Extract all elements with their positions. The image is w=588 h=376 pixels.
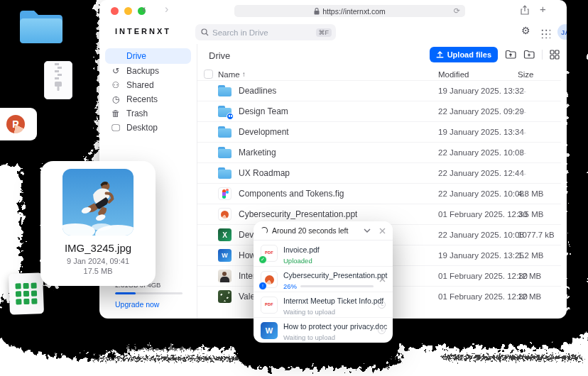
grid-view-icon[interactable] [550,50,560,60]
close-window-button[interactable] [111,7,119,15]
upload-progress-track [300,285,374,287]
file-type-icon [218,187,232,200]
decorative-zip-file-icon [44,61,72,99]
table-row[interactable]: Marketing 22 January 2025. 10:08 — [197,142,561,162]
file-type-icon [218,249,232,262]
sidebar-item[interactable]: 🖵 Desktop [105,121,191,135]
sidebar-item[interactable]: ◷ Recents [105,92,191,106]
close-popup-icon[interactable] [379,228,386,234]
apps-grid-icon[interactable] [540,28,550,38]
sidebar-item[interactable]: ⚇ Shared [105,78,191,92]
search-input[interactable]: Search in Drive ⌘F [195,24,336,40]
sidebar-item[interactable]: 🗑 Trash [105,106,191,121]
file-type-icon [218,126,232,138]
upload-item-name: Cybersecurity_Presentation.ppt [283,271,388,280]
table-row[interactable]: UX Roadmap 22 January 2025. 12:44 — [197,162,561,183]
waiting-clock-icon [378,326,386,334]
browser-forward-icon[interactable]: › [165,3,168,16]
file-modified: 22 January 2025. 10:08 [438,148,524,157]
sidebar-item-icon: 🖵 [111,123,121,133]
file-modified: 22 January 2025. 09:29 [438,107,524,116]
search-shortcut-badge: ⌘F [316,28,332,37]
time-remaining-text: Around 20 seconds left [272,226,359,235]
file-size: — [518,87,526,95]
file-type-icon [218,167,232,179]
settings-gear-icon[interactable]: ⚙ [521,25,530,36]
file-type-icon [218,290,232,303]
search-placeholder: Search in Drive [212,28,312,37]
table-row[interactable]: Components and Tokens.fig 22 January 202… [197,183,561,204]
sidebar-item[interactable]: Drive [105,48,191,64]
toolbar: Upload files [430,47,560,62]
search-icon [201,28,209,36]
table-row[interactable]: Design Team 22 January 2025. 09:29 — [197,101,561,121]
sidebar-item-label: Shared [126,80,154,90]
upload-status-text: Waiting to upload [283,308,335,316]
upload-files-label: Upload files [447,50,491,59]
table-row[interactable]: Development 19 January 2025. 13:34 — [197,121,561,142]
file-size: 12 MB [518,272,541,280]
file-modified: 22 January 2025. 10:08 [438,189,524,198]
upload-item-icon: ✓ [261,245,278,262]
upload-status-badge: ✓ [258,255,267,264]
minimize-window-button[interactable] [124,7,132,15]
file-size: 1077.7 kB [518,231,555,239]
content-header: Drive Upload files [197,44,567,68]
sidebar-item[interactable]: ↺ Backups [105,64,191,78]
upload-item-status: Waiting to upload [283,333,372,341]
file-modified: 22 January 2025. 10:08 [438,231,524,239]
toolbar-divider [542,50,543,60]
upload-status-badge: ↑ [258,282,267,290]
file-name: Development [239,127,289,137]
file-name: Cybersecurity_Presentation.ppt [239,209,357,219]
file-size: — [518,148,526,157]
file-modified: 19 January 2025. 13:34 [438,128,524,136]
popup-header: Around 20 seconds left [254,221,393,240]
sidebar-nav: Drive ↺ Backups ⚇ Shared ◷ Recents [99,44,197,135]
upload-item-row: ↑ Cybersecurity_Presentation.ppt 26% [254,266,393,292]
upgrade-link[interactable]: Upgrade now [115,300,183,309]
upload-folder-icon[interactable] [505,50,516,60]
file-modified: 01 February 2025. 12:30 [438,272,528,280]
chevron-down-icon[interactable] [364,228,371,233]
file-name: Deadlines [239,86,276,96]
file-name: UX Roadmap [239,168,290,178]
upload-item-main: Invoice.pdf Uploaded [283,243,386,265]
cancel-upload-icon[interactable] [379,276,386,282]
share-icon[interactable] [520,5,530,16]
upload-item-row: How to protect your privacy.doc Waiting … [254,317,393,343]
preview-photo [62,169,134,236]
lock-icon [314,8,320,15]
file-type-icon [218,208,232,221]
select-all-checkbox[interactable] [204,70,213,79]
table-row[interactable]: Deadlines 19 January 2025. 13:32 — [197,80,561,101]
reload-icon[interactable]: ⟳ [454,6,460,16]
url-bar[interactable]: https://internxt.com ⟳ [234,5,465,17]
app-header: INTERNXT Search in Drive ⌘F ⚙ JA [99,21,567,44]
file-size: — [518,128,526,136]
upload-item-main: Cybersecurity_Presentation.ppt 26% [283,268,374,290]
preview-size: 17.5 MB [40,267,156,275]
upload-status-text: Uploaded [283,257,312,265]
sidebar-item-label: Drive [126,51,146,61]
sidebar-item-label: Backups [126,66,159,76]
file-modified: 01 February 2025. 12:30 [438,210,528,219]
upload-status-text: 26% [283,282,297,290]
new-tab-icon[interactable]: + [540,3,546,15]
upload-files-button[interactable]: Upload files [430,47,498,62]
storage-progress-track [115,292,183,294]
browser-back-icon[interactable]: ‹ [142,3,146,16]
file-modified: 19 January 2025. 13:32 [438,87,524,95]
column-size[interactable]: Size [518,70,533,79]
column-name[interactable]: Name [218,70,240,79]
column-modified[interactable]: Modified [438,70,469,79]
file-size: 12 MB [518,292,541,301]
spinner-icon [261,227,268,234]
sidebar-item-icon: ↺ [111,66,121,76]
sort-ascending-icon[interactable]: ↑ [242,70,246,78]
new-folder-icon[interactable] [523,50,535,60]
traffic-lights[interactable] [111,7,146,15]
file-name: Design Team [239,106,288,116]
avatar[interactable]: JA [557,24,567,40]
popup-list: ✓ Invoice.pdf Uploaded [254,240,393,343]
